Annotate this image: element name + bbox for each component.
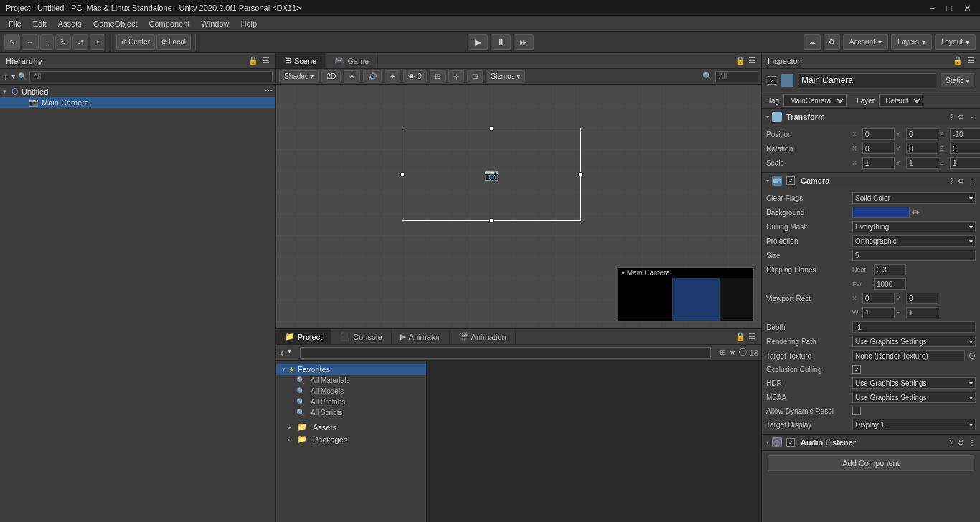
occlusion-culling-checkbox[interactable] bbox=[852, 365, 861, 374]
layout-btn[interactable]: Layout ▾ bbox=[935, 34, 976, 50]
scale-z-input[interactable] bbox=[950, 157, 980, 169]
camera-header[interactable]: ▾ Camera ? ⚙ ⋮ bbox=[762, 173, 980, 189]
target-texture-pick-icon[interactable]: ⊙ bbox=[969, 351, 976, 361]
vp-h-input[interactable] bbox=[906, 307, 938, 318]
transform-btn[interactable]: ⟳ Local bbox=[156, 34, 191, 50]
camera-settings-icon[interactable]: ⚙ bbox=[958, 177, 964, 185]
camera-enabled-checkbox[interactable] bbox=[786, 176, 795, 185]
menu-component[interactable]: Component bbox=[143, 18, 195, 29]
rot-x-input[interactable] bbox=[862, 143, 895, 154]
hierarchy-search-input[interactable] bbox=[29, 71, 273, 82]
tab-animator[interactable]: ▶ Animator bbox=[392, 329, 450, 344]
collab-btn[interactable]: ☁ bbox=[804, 34, 821, 50]
assets-folder[interactable]: ▸ 📁 Assets bbox=[276, 421, 426, 433]
menu-window[interactable]: Window bbox=[195, 18, 235, 29]
near-input[interactable] bbox=[874, 264, 906, 275]
all-scripts-item[interactable]: 🔍 All Scripts bbox=[276, 407, 426, 418]
menu-gameobject[interactable]: GameObject bbox=[88, 18, 143, 29]
static-dropdown[interactable]: Static ▾ bbox=[941, 73, 974, 87]
project-lock-icon[interactable]: 🔒 bbox=[735, 332, 745, 341]
rot-z-input[interactable] bbox=[950, 143, 980, 154]
audio-listener-enabled[interactable] bbox=[786, 438, 795, 447]
step-btn[interactable]: ⏭ bbox=[514, 34, 534, 50]
gizmos-dropdown[interactable]: Gizmos ▾ bbox=[486, 70, 525, 83]
size-input[interactable] bbox=[852, 250, 976, 261]
transform-header[interactable]: ▾ Transform ? ⚙ ⋮ bbox=[762, 109, 980, 125]
all-materials-item[interactable]: 🔍 All Materials bbox=[276, 375, 426, 386]
hierarchy-lock-icon[interactable]: 🔒 bbox=[248, 56, 258, 65]
pos-x-input[interactable] bbox=[862, 128, 895, 140]
account-btn[interactable]: Account ▾ bbox=[843, 34, 888, 50]
transform-help-icon[interactable]: ? bbox=[949, 113, 953, 121]
depth-input[interactable] bbox=[852, 321, 976, 333]
pos-z-input[interactable] bbox=[950, 128, 980, 140]
layers-btn[interactable]: Layers ▾ bbox=[891, 34, 932, 50]
tool-scale[interactable]: ↻ bbox=[55, 34, 71, 50]
shading-dropdown[interactable]: Shaded ▾ bbox=[279, 70, 319, 83]
hier-main-camera[interactable]: 📷 Main Camera bbox=[0, 97, 275, 108]
audio-listener-header[interactable]: ▾ 🎧 Audio Listener ? ⚙ ⋮ bbox=[762, 435, 980, 450]
audio-settings-icon[interactable]: ⚙ bbox=[958, 439, 964, 447]
audio-toggle[interactable]: 🔊 bbox=[363, 70, 382, 83]
object-enabled-checkbox[interactable] bbox=[768, 76, 776, 85]
pause-btn[interactable]: ⏸ bbox=[491, 34, 511, 50]
culling-mask-dropdown[interactable]: Everything▾ bbox=[852, 221, 976, 232]
menu-assets[interactable]: Assets bbox=[52, 18, 88, 29]
inspector-lock-icon[interactable]: 🔒 bbox=[953, 56, 963, 65]
background-color-swatch[interactable] bbox=[852, 207, 910, 218]
audio-more-icon[interactable]: ⋮ bbox=[969, 439, 976, 447]
tab-scene[interactable]: ⊞ Scene bbox=[276, 53, 326, 68]
close-btn[interactable]: ✕ bbox=[961, 3, 974, 14]
menu-help[interactable]: Help bbox=[235, 18, 263, 29]
vp-x-input[interactable] bbox=[862, 293, 895, 304]
rendering-path-dropdown[interactable]: Use Graphics Settings▾ bbox=[852, 336, 976, 347]
scale-y-input[interactable] bbox=[906, 157, 938, 169]
tag-dropdown[interactable]: MainCamera bbox=[783, 94, 847, 107]
effects-toggle[interactable]: ✦ bbox=[385, 70, 400, 83]
handle-left[interactable] bbox=[400, 172, 405, 176]
projection-dropdown[interactable]: Orthographic▾ bbox=[852, 235, 976, 247]
filter-btn[interactable]: ⊞ bbox=[720, 348, 726, 357]
add-btn[interactable]: + bbox=[279, 347, 285, 359]
inspector-menu-icon[interactable]: ☰ bbox=[967, 56, 974, 65]
camera-help-icon[interactable]: ? bbox=[949, 177, 953, 185]
add-hierarchy-btn[interactable]: + bbox=[3, 71, 9, 82]
tab-project[interactable]: 📁 Project bbox=[276, 329, 331, 344]
info-btn[interactable]: ⓘ bbox=[739, 347, 747, 358]
transform-settings-icon[interactable]: ⚙ bbox=[958, 113, 964, 121]
allow-dynamic-checkbox[interactable] bbox=[852, 407, 861, 415]
extra-toggle[interactable]: ⊞ bbox=[430, 70, 446, 83]
project-menu-icon[interactable]: ☰ bbox=[748, 332, 755, 341]
target-texture-dropdown[interactable]: None (Render Texture) bbox=[852, 350, 965, 361]
clear-flags-dropdown[interactable]: Solid Color▾ bbox=[852, 192, 976, 204]
tab-animation[interactable]: 🎬 Animation bbox=[450, 329, 516, 344]
hierarchy-menu-icon[interactable]: ☰ bbox=[263, 56, 270, 65]
hdr-dropdown[interactable]: Use Graphics Settings▾ bbox=[852, 377, 976, 389]
add-component-btn[interactable]: Add Component bbox=[768, 455, 974, 471]
tab-game[interactable]: 🎮 Game bbox=[326, 53, 378, 68]
background-picker-icon[interactable]: ✏ bbox=[912, 207, 920, 218]
hier-untitled-scene[interactable]: ▾ ⬡ Untitled ⋯ bbox=[0, 86, 275, 97]
scene-viewport[interactable]: 📷 ▾ Main Camera bbox=[276, 85, 761, 328]
scene-menu-icon[interactable]: ☰ bbox=[748, 56, 755, 65]
hide-toggle[interactable]: 👁 0 bbox=[403, 70, 426, 83]
tool-transform[interactable]: ✦ bbox=[90, 34, 105, 50]
cloud-btn[interactable]: ⚙ bbox=[824, 34, 840, 50]
scene-search-input[interactable] bbox=[715, 71, 758, 82]
packages-folder[interactable]: ▸ 📁 Packages bbox=[276, 433, 426, 445]
2d-toggle[interactable]: 2D bbox=[321, 70, 341, 83]
audio-help-icon[interactable]: ? bbox=[949, 439, 953, 447]
project-search-input[interactable] bbox=[300, 347, 711, 359]
msaa-dropdown[interactable]: Use Graphics Settings▾ bbox=[852, 392, 976, 403]
object-name-input[interactable] bbox=[798, 73, 936, 87]
snap-toggle[interactable]: ⊹ bbox=[448, 70, 464, 83]
pos-y-input[interactable] bbox=[906, 128, 938, 140]
transform-more-icon[interactable]: ⋮ bbox=[969, 113, 976, 121]
handle-bottom[interactable] bbox=[489, 218, 494, 222]
scene-more-icon[interactable]: ⋯ bbox=[265, 87, 273, 96]
add-menu-btn[interactable]: ▾ bbox=[288, 347, 291, 359]
menu-edit[interactable]: Edit bbox=[27, 18, 52, 29]
favorites-folder[interactable]: ▾ ★ Favorites bbox=[276, 364, 426, 375]
maximize-btn[interactable]: □ bbox=[943, 3, 955, 14]
scene-lock-icon[interactable]: 🔒 bbox=[735, 56, 745, 65]
